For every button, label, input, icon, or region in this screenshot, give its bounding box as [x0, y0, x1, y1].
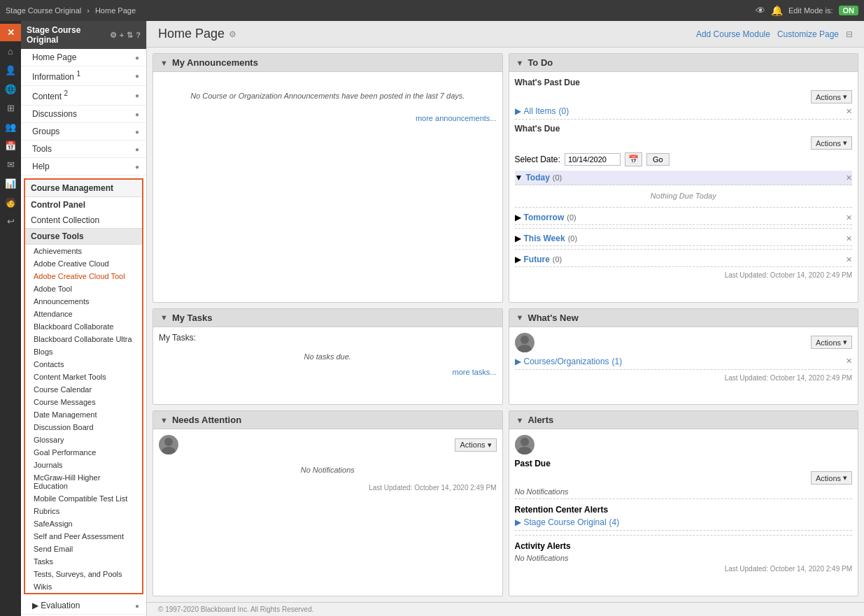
nav-reorder-icon[interactable]: ⇅ [127, 31, 133, 40]
whats-new-actions-button[interactable]: Actions ▾ [811, 336, 852, 349]
course-tools-header[interactable]: Course Tools [25, 228, 142, 245]
tool-bb-collaborate[interactable]: Blackboard Collaborate [25, 320, 142, 333]
future-remove[interactable]: ✕ [846, 255, 852, 264]
eye-icon[interactable]: 👁 [756, 5, 765, 16]
tool-contacts[interactable]: Contacts [25, 358, 142, 371]
nav-evaluation[interactable]: ▶ Evaluation ● [21, 597, 146, 615]
nav-home-page[interactable]: Home Page ● [21, 49, 146, 66]
content-collection-link[interactable]: Content Collection [25, 213, 142, 228]
person2-icon[interactable]: 🧑 [0, 194, 21, 211]
tomorrow-section[interactable]: ▶ Tomorrow (0) ✕ [515, 210, 853, 225]
tool-goal-performance[interactable]: Goal Performance [25, 446, 142, 459]
past-due-actions-button[interactable]: Actions ▾ [811, 90, 852, 103]
tool-glossary[interactable]: Glossary [25, 434, 142, 446]
courses-orgs-remove[interactable]: ✕ [846, 357, 852, 366]
todo-toggle[interactable]: ▼ [516, 59, 524, 67]
tool-course-calendar[interactable]: Course Calendar [25, 383, 142, 396]
people-icon[interactable]: 👥 [0, 118, 21, 136]
tomorrow-remove[interactable]: ✕ [846, 213, 852, 222]
nav-help-icon[interactable]: ? [136, 31, 141, 40]
whats-new-toggle[interactable]: ▼ [516, 313, 524, 322]
nav-tools[interactable]: Tools ● [21, 141, 146, 158]
person-icon[interactable]: 👤 [0, 62, 21, 79]
nav-groups[interactable]: Groups ● [21, 123, 146, 141]
courses-orgs-row[interactable]: ▶ Courses/Organizations (1) ✕ [515, 357, 853, 370]
announcements-widget: ▼ My Announcements No Course or Organiza… [153, 53, 503, 303]
more-tasks-link[interactable]: more tasks... [159, 368, 497, 376]
tool-send-email[interactable]: Send Email [25, 543, 142, 555]
nav-eval-bullet: ● [135, 602, 139, 610]
alerts-toggle[interactable]: ▼ [516, 416, 524, 424]
tool-blogs[interactable]: Blogs [25, 345, 142, 358]
topbar-course[interactable]: Stage Course Original [6, 6, 81, 15]
tool-tests-surveys[interactable]: Tests, Surveys, and Pools [25, 568, 142, 580]
globe-icon[interactable]: 🌐 [0, 80, 21, 98]
customize-page-button[interactable]: Customize Page [777, 29, 839, 39]
tool-bb-collaborate-ultra[interactable]: Blackboard Collaborate Ultra [25, 333, 142, 345]
thisweek-remove[interactable]: ✕ [846, 234, 852, 243]
calendar-icon[interactable]: 📅 [0, 137, 21, 155]
tool-safeassign[interactable]: SafeAssign [25, 517, 142, 530]
nav-content[interactable]: Content 2 ● [21, 86, 146, 106]
courses-orgs-link[interactable]: Courses/Organizations [524, 357, 609, 366]
tool-self-peer[interactable]: Self and Peer Assessment [25, 530, 142, 543]
tool-wikis[interactable]: Wikis [25, 580, 142, 593]
tool-achievements[interactable]: Achievements [25, 245, 142, 257]
stage-course-link[interactable]: Stage Course Original [524, 517, 607, 527]
needs-attention-actions-button[interactable]: Actions ▾ [455, 438, 496, 452]
whats-new-header: ▼ What's New [509, 309, 858, 327]
tool-adobe-cc-tool[interactable]: Adobe Creative Cloud Tool [25, 270, 142, 282]
tool-adobe-tool[interactable]: Adobe Tool [25, 282, 142, 295]
needs-attention-header: ▼ Needs Attention [153, 411, 502, 429]
today-remove[interactable]: ✕ [846, 173, 852, 182]
close-button[interactable]: ✕ [0, 24, 21, 41]
tool-tasks[interactable]: Tasks [25, 555, 142, 568]
tool-attendance[interactable]: Attendance [25, 308, 142, 320]
tool-content-market[interactable]: Content Market Tools [25, 371, 142, 383]
today-section[interactable]: ▼ Today (0) ✕ [515, 171, 853, 185]
nav-information[interactable]: Information 1 ● [21, 66, 146, 86]
nav-add-icon[interactable]: + [120, 31, 124, 40]
mail-icon[interactable]: ✉ [0, 156, 21, 173]
grid-icon[interactable]: ⊞ [0, 99, 21, 117]
add-module-button[interactable]: Add Course Module [696, 29, 770, 39]
tool-course-messages[interactable]: Course Messages [25, 396, 142, 408]
needs-attention-toggle[interactable]: ▼ [160, 416, 168, 424]
tool-discussion-board[interactable]: Discussion Board [25, 421, 142, 434]
past-due-label: Past Due [515, 459, 853, 468]
date-input[interactable] [565, 153, 621, 166]
tool-rubrics[interactable]: Rubrics [25, 505, 142, 517]
tool-mcgrawhill[interactable]: McGraw-Hill Higher Education [25, 471, 142, 492]
tool-mobile-test[interactable]: Mobile Compatible Test List [25, 492, 142, 505]
alerts-actions-button[interactable]: Actions ▾ [811, 471, 852, 485]
nav-help[interactable]: Help ● [21, 158, 146, 176]
whats-due-section: What's Due Actions ▾ Select Date: 📅 [515, 124, 853, 267]
tasks-toggle[interactable]: ▼ [160, 313, 168, 322]
tool-date-mgmt[interactable]: Date Management [25, 408, 142, 421]
tool-adobe-cc[interactable]: Adobe Creative Cloud [25, 257, 142, 270]
control-panel-link[interactable]: Control Panel [25, 197, 142, 213]
date-label: Select Date: [515, 155, 560, 164]
page-info-icon[interactable]: ⚙ [229, 29, 236, 39]
future-arrow: ▶ [515, 255, 521, 264]
alert-icon[interactable]: 🔔 [771, 5, 783, 16]
thisweek-section[interactable]: ▶ This Week (0) ✕ [515, 231, 853, 246]
needs-attention-row: Actions ▾ [159, 435, 497, 454]
chart-icon[interactable]: 📊 [0, 175, 21, 192]
all-items-row[interactable]: ▶ All Items (0) ✕ [515, 106, 853, 120]
calendar-picker-button[interactable]: 📅 [625, 152, 642, 166]
all-items-remove[interactable]: ✕ [846, 107, 852, 116]
announcements-toggle[interactable]: ▼ [160, 59, 168, 67]
tool-journals[interactable]: Journals [25, 459, 142, 471]
future-section[interactable]: ▶ Future (0) ✕ [515, 252, 853, 267]
tool-announcements[interactable]: Announcements [25, 295, 142, 308]
go-button[interactable]: Go [646, 153, 670, 166]
nav-settings-icon[interactable]: ⚙ [110, 31, 117, 40]
arrow-icon[interactable]: ↩ [0, 213, 21, 230]
whats-due-actions-button[interactable]: Actions ▾ [811, 136, 852, 150]
home-icon[interactable]: ⌂ [0, 43, 21, 60]
nav-discussions[interactable]: Discussions ● [21, 106, 146, 123]
more-announcements-link[interactable]: more announcements... [159, 114, 497, 122]
collapse-icon[interactable]: ⊟ [846, 29, 853, 39]
stage-link-arrow: ▶ [515, 517, 521, 527]
